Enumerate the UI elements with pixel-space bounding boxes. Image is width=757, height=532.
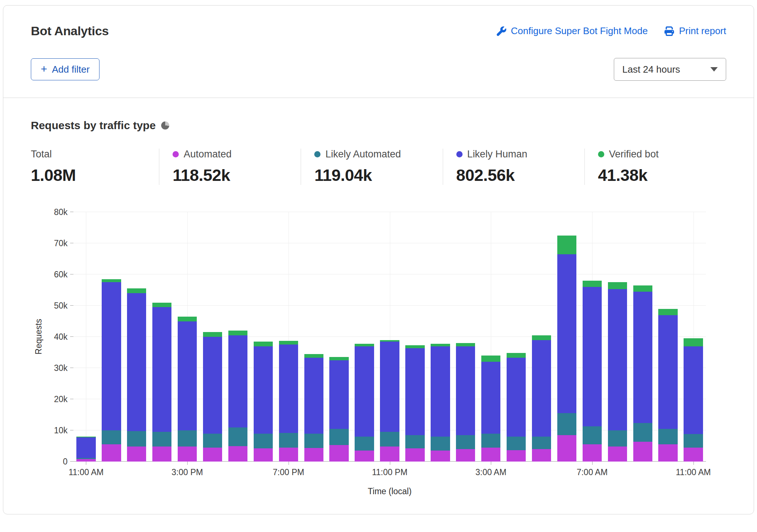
bar-segment-automated (76, 459, 95, 462)
bar-segment-likely-automated (608, 430, 627, 447)
bar-segment-likely-human (304, 358, 323, 434)
bar-segment-likely-automated (329, 429, 348, 445)
bar-segment-likely-automated (658, 429, 677, 445)
traffic-type-stats: Total 1.08M Automated 118.52k Likely Aut… (31, 149, 726, 185)
print-report-link[interactable]: Print report (664, 25, 726, 37)
bar-segment-automated (304, 448, 323, 462)
stacked-bar (532, 212, 551, 462)
stat-value: 1.08M (31, 166, 152, 185)
y-tick-label: 80k (54, 207, 68, 217)
y-axis-labels: 010k20k30k40k50k60k70k80k (46, 212, 73, 462)
chart-plot: 11:00 AM3:00 PM7:00 PM11:00 PM3:00 AM7:0… (73, 212, 706, 462)
bars-layer (73, 212, 706, 462)
bar-segment-likely-automated (355, 437, 374, 451)
bar-segment-likely-automated (405, 435, 424, 449)
bar-segment-verified-bot (405, 345, 424, 349)
plus-icon: + (41, 63, 47, 74)
bar-segment-likely-human (102, 282, 121, 430)
bar-segment-verified-bot (304, 354, 323, 358)
y-tick-label: 10k (54, 426, 68, 436)
bar-segment-likely-human (456, 346, 475, 435)
bar-segment-automated (203, 448, 222, 462)
bar-segment-likely-automated (254, 434, 273, 449)
likely-automated-legend-dot (314, 151, 320, 157)
requests-chart: Requests 010k20k30k40k50k60k70k80k 11:00… (31, 212, 726, 496)
y-tick-label: 70k (54, 238, 68, 248)
bar-segment-likely-automated (279, 433, 298, 448)
stacked-bar (254, 212, 273, 462)
stacked-bar (684, 212, 703, 462)
bar-segment-automated (608, 447, 627, 462)
stacked-bar (304, 212, 323, 462)
stacked-bar (456, 212, 475, 462)
stat-label: Likely Human (467, 149, 528, 160)
bar-segment-verified-bot (583, 281, 602, 287)
bar-segment-likely-human (279, 345, 298, 433)
bar-segment-likely-automated (152, 432, 171, 447)
stacked-bar (431, 212, 450, 462)
bar-segment-likely-human (608, 289, 627, 430)
bar-segment-verified-bot (532, 335, 551, 340)
bar-segment-automated (658, 444, 677, 462)
bar-segment-verified-bot (456, 343, 475, 346)
stacked-bar (279, 212, 298, 462)
bar-segment-likely-human (254, 346, 273, 434)
bar-segment-likely-automated (583, 426, 602, 444)
bar-segment-automated (583, 444, 602, 462)
y-axis-title: Requests (34, 319, 44, 354)
bar-segment-verified-bot (557, 236, 576, 254)
stacked-bar (76, 212, 95, 462)
bar-segment-likely-automated (684, 434, 703, 448)
stacked-bar (557, 212, 576, 462)
stat-likely-human[interactable]: Likely Human 802.56k (443, 149, 584, 185)
stacked-bar (658, 212, 677, 462)
add-filter-button[interactable]: + Add filter (31, 58, 99, 80)
bar-segment-likely-human (228, 335, 247, 427)
verified-bot-legend-dot (598, 151, 604, 157)
bar-segment-likely-human (127, 293, 146, 431)
bar-segment-likely-human (329, 360, 348, 429)
time-range-value: Last 24 hours (622, 64, 680, 75)
stat-total[interactable]: Total 1.08M (31, 149, 159, 185)
bar-segment-verified-bot (127, 288, 146, 293)
bot-analytics-card: Bot Analytics Configure Super Bot Fight … (3, 5, 754, 514)
y-tick-label: 40k (54, 332, 68, 342)
bar-segment-likely-automated (203, 434, 222, 448)
bar-segment-automated (152, 447, 171, 462)
bar-segment-likely-human (178, 321, 197, 431)
bar-segment-likely-human (431, 346, 450, 437)
bar-segment-automated (279, 448, 298, 462)
stat-value: 802.56k (456, 166, 578, 185)
bar-segment-verified-bot (633, 285, 652, 292)
x-tick-label: 7:00 AM (577, 467, 608, 477)
y-tick-label: 0 (63, 457, 68, 467)
stat-label: Likely Automated (325, 149, 401, 160)
bar-segment-likely-automated (178, 430, 197, 447)
stat-label: Total (31, 149, 52, 160)
bar-segment-verified-bot (431, 344, 450, 346)
x-tick-label: 7:00 PM (273, 467, 304, 477)
configure-super-bot-fight-mode-link[interactable]: Configure Super Bot Fight Mode (497, 25, 648, 37)
bar-segment-likely-automated (481, 434, 500, 448)
bar-segment-automated (431, 451, 450, 462)
stat-verified-bot[interactable]: Verified bot 41.38k (584, 149, 726, 185)
bar-segment-verified-bot (658, 309, 677, 315)
stat-automated[interactable]: Automated 118.52k (159, 149, 301, 185)
bar-segment-verified-bot (481, 356, 500, 362)
stacked-bar (102, 212, 121, 462)
stat-likely-automated[interactable]: Likely Automated 119.04k (301, 149, 442, 185)
bar-segment-likely-human (633, 292, 652, 423)
bar-segment-likely-automated (304, 434, 323, 448)
bar-segment-verified-bot (102, 279, 121, 283)
y-tick-label: 60k (54, 270, 68, 280)
time-range-select[interactable]: Last 24 hours (614, 58, 726, 81)
card-body: Requests by traffic type Total 1.08M Aut… (3, 98, 754, 514)
bar-segment-likely-automated (102, 430, 121, 444)
stacked-bar (355, 212, 374, 462)
bar-segment-verified-bot (355, 344, 374, 346)
bar-segment-verified-bot (684, 338, 703, 346)
add-filter-label: Add filter (52, 64, 90, 75)
stacked-bar (228, 212, 247, 462)
bar-segment-likely-human (583, 287, 602, 426)
bar-segment-automated (228, 446, 247, 462)
